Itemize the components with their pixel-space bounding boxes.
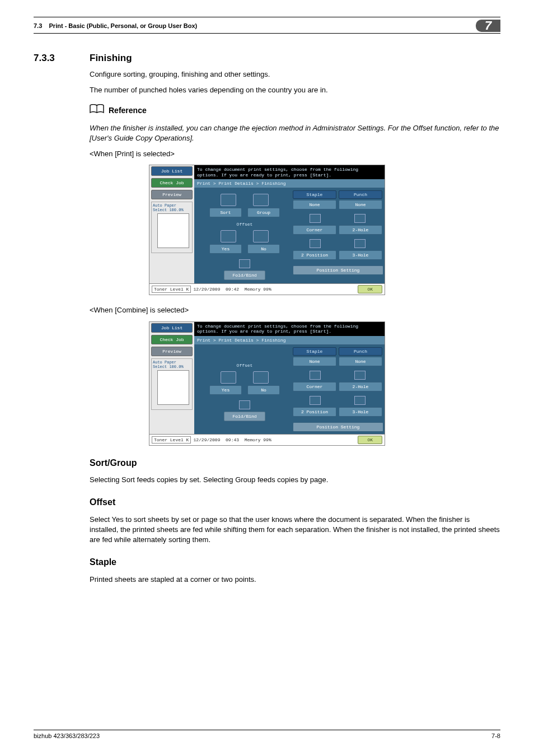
finishing-panel-combine: Job List Check Job Preview Auto Paper Se… [149, 321, 385, 446]
reference-text: When the finisher is installed, you can … [90, 123, 500, 143]
page-header: 7.3 Print - Basic (Public, Personal, or … [34, 17, 500, 34]
three-hole-button[interactable]: 3-Hole [339, 407, 382, 417]
preview-page-icon [157, 370, 189, 405]
sort-button[interactable]: Sort [209, 208, 242, 217]
preview-area: Auto Paper Select 100.0% [151, 202, 193, 253]
memory-value: 99% [263, 437, 271, 442]
two-position-icon [310, 396, 321, 405]
caption-combine: <When [Combine] is selected> [90, 305, 500, 315]
ok-button[interactable]: OK [358, 285, 382, 293]
punch-header: Punch [339, 190, 382, 199]
footer-right: 7-8 [491, 732, 500, 739]
job-list-button[interactable]: Job List [151, 166, 193, 176]
position-setting-button[interactable]: Position Setting [293, 422, 383, 432]
preview-button[interactable]: Preview [151, 190, 193, 199]
auto-paper-label: Auto Paper Select 100.0% [153, 360, 192, 369]
sort-group-heading: Sort/Group [90, 457, 500, 469]
corner-icon [310, 371, 321, 380]
header-left: 7.3 Print - Basic (Public, Personal, or … [34, 22, 197, 29]
chapter-number: 7 [476, 20, 500, 32]
caption-print: <When [Print] is selected> [90, 149, 500, 159]
offset-no-button[interactable]: No [247, 244, 280, 254]
section-number: 7.3.3 [34, 53, 90, 64]
section-heading: Finishing [90, 53, 132, 64]
two-hole-icon [354, 371, 366, 380]
offset-yes-icon [221, 371, 236, 384]
two-hole-icon [354, 214, 366, 223]
offset-yes-button[interactable]: Yes [209, 244, 242, 254]
status-time: 09:43 [226, 437, 239, 442]
sort-group-text: Selecting Sort feeds copies by set. Sele… [90, 475, 500, 485]
group-button[interactable]: Group [247, 208, 280, 217]
position-setting-button[interactable]: Position Setting [293, 265, 383, 275]
three-hole-icon [354, 396, 366, 405]
offset-label: Offset [237, 222, 253, 227]
staple-header: Staple [293, 347, 336, 356]
offset-label: Offset [237, 363, 253, 368]
fold-bind-icon [239, 259, 250, 268]
offset-text: Select Yes to sort sheets by set or page… [90, 515, 500, 545]
finishing-panel-print: Job List Check Job Preview Auto Paper Se… [149, 165, 385, 295]
two-position-button[interactable]: 2 Position [293, 250, 336, 260]
ok-button[interactable]: OK [358, 436, 382, 444]
toner-level: Toner Level K [152, 286, 191, 293]
staple-heading: Staple [90, 556, 500, 568]
sort-icon [221, 194, 236, 206]
offset-heading: Offset [90, 496, 500, 508]
intro-paragraph-1: Configure sorting, grouping, finishing a… [90, 69, 500, 80]
corner-button[interactable]: Corner [293, 225, 336, 235]
intro-paragraph-2: The number of punched holes varies depen… [90, 85, 500, 95]
punch-none-button[interactable]: None [339, 200, 382, 209]
reference-label: Reference [109, 105, 147, 116]
status-date: 12/29/2009 [193, 437, 220, 442]
preview-area: Auto Paper Select 100.0% [151, 358, 193, 410]
fold-bind-button[interactable]: Fold/Bind [224, 412, 265, 421]
toner-level: Toner Level K [152, 436, 191, 444]
three-hole-icon [354, 239, 366, 248]
memory-label: Memory [245, 287, 261, 292]
book-icon [90, 104, 104, 117]
section-title-ref: Print - Basic (Public, Personal, or Grou… [49, 22, 198, 29]
offset-yes-button[interactable]: Yes [209, 385, 242, 395]
staple-text: Printed sheets are stapled at a corner o… [90, 575, 500, 585]
header-right: 7 [476, 21, 500, 31]
two-position-icon [310, 239, 321, 248]
check-job-button[interactable]: Check Job [151, 335, 193, 344]
three-hole-button[interactable]: 3-Hole [339, 250, 382, 260]
fold-bind-button[interactable]: Fold/Bind [224, 270, 265, 280]
offset-no-icon [253, 230, 269, 242]
memory-label: Memory [245, 437, 261, 442]
breadcrumb: Print > Print Details > Finishing [194, 336, 385, 345]
staple-none-button[interactable]: None [293, 357, 336, 366]
instruction-text: To change document print settings, choos… [194, 322, 385, 336]
offset-no-button[interactable]: No [247, 385, 280, 395]
two-hole-button[interactable]: 2-Hole [339, 382, 382, 391]
breadcrumb: Print > Print Details > Finishing [194, 179, 385, 188]
footer-left: bizhub 423/363/283/223 [34, 732, 100, 739]
fold-bind-icon [239, 400, 250, 409]
job-list-button[interactable]: Job List [151, 323, 193, 333]
corner-button[interactable]: Corner [293, 382, 336, 391]
section-ref: 7.3 [34, 22, 42, 29]
preview-button[interactable]: Preview [151, 347, 193, 356]
memory-value: 99% [263, 287, 271, 292]
group-icon [253, 194, 269, 206]
punch-none-button[interactable]: None [339, 357, 382, 366]
auto-paper-label: Auto Paper Select 100.0% [153, 203, 192, 212]
check-job-button[interactable]: Check Job [151, 178, 193, 188]
two-hole-button[interactable]: 2-Hole [339, 225, 382, 235]
two-position-button[interactable]: 2 Position [293, 407, 336, 417]
page-footer: bizhub 423/363/283/223 7-8 [34, 730, 500, 739]
preview-page-icon [157, 213, 189, 248]
punch-header: Punch [339, 347, 382, 356]
offset-yes-icon [221, 230, 236, 242]
staple-none-button[interactable]: None [293, 200, 336, 209]
offset-no-icon [253, 371, 269, 384]
staple-header: Staple [293, 190, 336, 199]
instruction-text: To change document print settings, choos… [194, 165, 385, 179]
status-date: 12/29/2009 [193, 287, 220, 292]
corner-icon [310, 214, 321, 223]
status-time: 09:42 [226, 287, 239, 292]
